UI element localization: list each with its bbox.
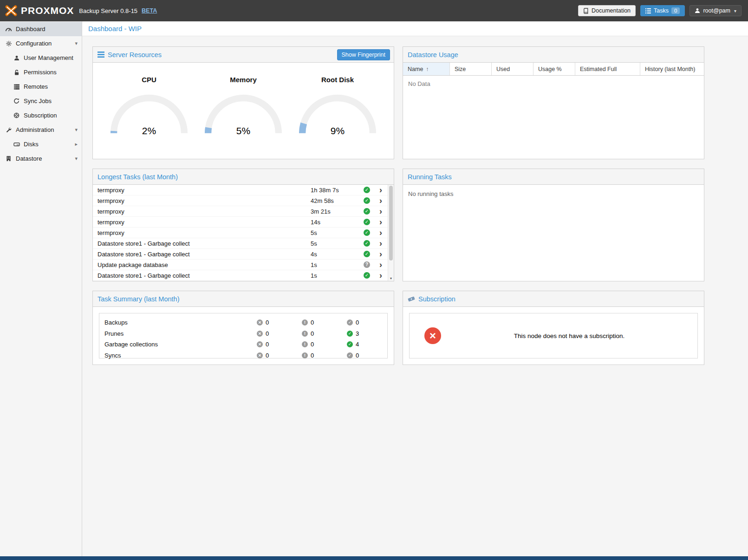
datastore-usage-column-headers: Name ↑ Size Used Usage % Estimated Full … [403, 63, 704, 76]
summary-label: Backups [104, 319, 257, 326]
running-tasks-header: Running Tasks [403, 169, 704, 185]
summary-warnings: 0 [302, 341, 347, 348]
sidebar-item-subscription[interactable]: Subscription [0, 108, 82, 123]
beta-link[interactable]: BETA [142, 7, 157, 14]
column-header-name[interactable]: Name ↑ [403, 63, 450, 75]
summary-ok: 4 [347, 341, 392, 348]
life-ring-icon [13, 112, 20, 118]
task-row[interactable]: Datastore store1 - Garbage collect 5s ✓ [93, 238, 388, 249]
task-summary-title: Task Summary (last Month) [98, 295, 179, 303]
user-label: root@pam [703, 7, 730, 14]
tasks-button[interactable]: Tasks 0 [640, 5, 685, 16]
scrollbar-down-arrow[interactable] [388, 276, 394, 280]
server-resources-header: Server Resources Show Fingerprint [93, 47, 394, 63]
chevron-right-icon[interactable] [374, 271, 388, 280]
task-status-icon: ? [364, 261, 370, 268]
documentation-label: Documentation [592, 7, 631, 14]
user-menu-button[interactable]: root@pam ▾ [689, 5, 741, 16]
task-status-icon: ✓ [364, 208, 370, 215]
summary-errors: 0 [257, 319, 302, 326]
sidebar-item-label: Subscription [24, 112, 57, 119]
task-row[interactable]: termproxy 5s ✓ [93, 228, 388, 238]
tachometer-icon [5, 26, 13, 32]
tasks-count-badge: 0 [671, 7, 680, 14]
task-name: termproxy [98, 229, 311, 236]
task-row[interactable]: termproxy 3m 21s ✓ [93, 206, 388, 217]
task-summary-panel: Task Summary (last Month) Backups 0 [92, 291, 394, 365]
sidebar: Dashboard Configuration ▾ User Managemen… [0, 21, 82, 556]
page-header: Dashboard - WIP [82, 21, 748, 36]
task-row[interactable]: Datastore store1 - Garbage collect 1s ✓ [93, 270, 388, 281]
sidebar-item-sync-jobs[interactable]: Sync Jobs [0, 94, 82, 108]
no-subscription-icon [424, 327, 441, 344]
topbar: PROXMOX Backup Server 0.8-15 BETA Docume… [0, 0, 748, 21]
chevron-right-icon[interactable] [374, 228, 388, 237]
task-status-icon: ✓ [364, 219, 370, 225]
summary-row-syncs: Syncs 0 0 [99, 350, 387, 361]
summary-row-backups: Backups 0 0 [99, 317, 387, 328]
task-status-icon: ✓ [364, 229, 370, 236]
documentation-button[interactable]: Documentation [578, 5, 636, 16]
datastore-usage-header: Datastore Usage [403, 47, 704, 63]
chevron-right-icon[interactable] [374, 218, 388, 226]
chevron-right-icon[interactable] [374, 250, 388, 258]
column-header-estimated-full[interactable]: Estimated Full [575, 63, 640, 75]
summary-label: Prunes [104, 330, 257, 337]
subscription-body: This node does not have a subscription. [403, 307, 704, 365]
caret-down-icon[interactable]: ▾ [75, 127, 78, 133]
task-row[interactable]: termproxy 42m 58s ✓ [93, 195, 388, 206]
chevron-right-icon[interactable] [374, 207, 388, 215]
warning-icon [302, 341, 308, 347]
chevron-right-icon[interactable] [374, 260, 388, 269]
lock-icon [13, 69, 20, 76]
ok-icon [347, 331, 353, 337]
column-header-used[interactable]: Used [492, 63, 533, 75]
caret-down-icon[interactable]: ▾ [75, 156, 78, 162]
task-row[interactable]: Update package database 1s ? [93, 260, 388, 270]
show-fingerprint-button[interactable]: Show Fingerprint [337, 49, 390, 60]
subscription-panel: Subscription This node does not have a s… [403, 291, 704, 365]
summary-errors: 0 [257, 352, 302, 359]
scrollbar[interactable] [388, 185, 394, 281]
subscription-title: Subscription [408, 295, 455, 303]
task-name: termproxy [98, 219, 311, 226]
sidebar-item-user-management[interactable]: User Management [0, 51, 82, 65]
chevron-right-icon[interactable] [374, 196, 388, 205]
caret-right-icon[interactable]: ▸ [75, 141, 78, 147]
chevron-right-icon[interactable] [374, 186, 388, 194]
summary-ok: 0 [347, 352, 392, 359]
wrench-icon [5, 127, 13, 133]
task-status-icon: ✓ [364, 197, 370, 204]
column-header-history[interactable]: History (last Month) [640, 63, 704, 75]
gauge-cpu: CPU 2% [107, 76, 191, 137]
sidebar-item-datastore[interactable]: Datastore ▾ [0, 151, 82, 166]
task-row[interactable]: Datastore store1 - Garbage collect 4s ✓ [93, 249, 388, 260]
task-name: Datastore store1 - Garbage collect [98, 251, 311, 258]
sidebar-item-disks[interactable]: Disks ▸ [0, 137, 82, 151]
column-header-size[interactable]: Size [450, 63, 492, 75]
chevron-right-icon[interactable] [374, 239, 388, 247]
sidebar-item-configuration[interactable]: Configuration ▾ [0, 36, 82, 51]
gauge-memory: Memory 5% [202, 76, 285, 137]
sidebar-item-remotes[interactable]: Remotes [0, 79, 82, 94]
task-duration: 1h 38m 7s [311, 187, 360, 194]
task-name: Datastore store1 - Garbage collect [98, 240, 311, 247]
task-name: termproxy [98, 197, 311, 204]
summary-label: Syncs [104, 352, 257, 359]
running-tasks-panel: Running Tasks No running tasks [403, 169, 704, 281]
task-name: termproxy [98, 187, 311, 194]
task-row[interactable]: termproxy 1h 38m 7s ✓ [93, 185, 388, 195]
scrollbar-thumb[interactable] [389, 186, 393, 260]
tasks-label: Tasks [654, 7, 669, 14]
sidebar-item-permissions[interactable]: Permissions [0, 65, 82, 79]
error-icon [257, 352, 263, 358]
column-header-usage-percent[interactable]: Usage % [533, 63, 575, 75]
sidebar-item-dashboard[interactable]: Dashboard [0, 22, 82, 36]
task-duration: 14s [311, 219, 360, 226]
subscription-header: Subscription [403, 291, 704, 307]
caret-down-icon[interactable]: ▾ [75, 40, 78, 46]
summary-warnings: 0 [302, 319, 347, 326]
task-list: termproxy 1h 38m 7s ✓ termproxy 42m 58s … [93, 185, 388, 281]
sidebar-item-administration[interactable]: Administration ▾ [0, 123, 82, 137]
task-row[interactable]: termproxy 14s ✓ [93, 217, 388, 228]
